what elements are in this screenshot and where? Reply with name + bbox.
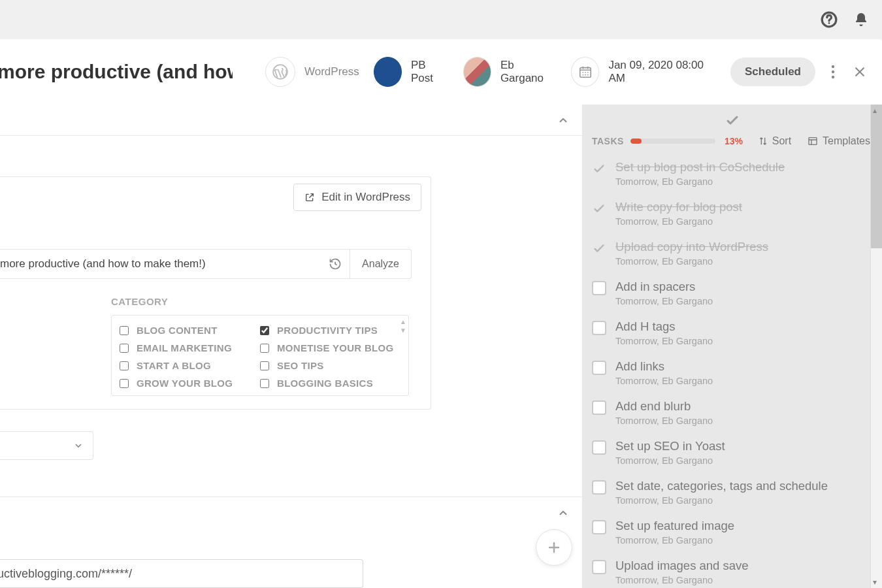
scroll-down-icon[interactable]: ▾ (873, 578, 877, 587)
category-option[interactable]: PRODUCTIVITY TIPS (260, 325, 400, 336)
task-check-done-icon[interactable] (592, 241, 606, 255)
category-checkbox[interactable] (120, 326, 129, 335)
content-card: Edit in WordPress Analyze CATEGORY BLOG … (0, 176, 431, 410)
section-collapse-top[interactable] (0, 105, 582, 136)
category-checkbox[interactable] (260, 326, 269, 335)
category-label: START A BLOG (137, 360, 211, 371)
category-option[interactable]: BLOG CONTENT (120, 325, 260, 336)
task-row[interactable]: Set date, categories, tags and scheduleT… (592, 474, 870, 514)
scroll-thumb[interactable] (871, 105, 882, 248)
task-title: Upload copy into WordPress (615, 240, 768, 254)
history-button[interactable] (321, 257, 350, 270)
task-row[interactable]: Add H tagsTomorrow, Eb Gargano (592, 314, 870, 354)
task-title: Set date, categories, tags and schedule (615, 479, 828, 493)
post-title-input[interactable] (0, 257, 321, 270)
category-checkbox[interactable] (260, 379, 269, 388)
task-meta: Tomorrow, Eb Gargano (615, 296, 713, 306)
task-row[interactable]: Write copy for blog postTomorrow, Eb Gar… (592, 195, 870, 235)
avatar (463, 57, 491, 87)
task-checkbox[interactable] (592, 400, 606, 415)
plus-icon (546, 540, 562, 555)
task-row[interactable]: Set up featured imageTomorrow, Eb Gargan… (592, 514, 870, 553)
category-checkbox[interactable] (260, 361, 269, 370)
task-row[interactable]: Upload images and saveTomorrow, Eb Garga… (592, 553, 870, 588)
task-checkbox[interactable] (592, 560, 606, 574)
author-name: Eb Gargano (500, 59, 557, 85)
category-option[interactable]: SEO TIPS (260, 360, 400, 371)
task-row[interactable]: Set up blog post in CoScheduleTomorrow, … (592, 155, 870, 195)
task-title: Add links (615, 359, 713, 374)
task-checkbox[interactable] (592, 520, 606, 534)
task-row[interactable]: Add linksTomorrow, Eb Gargano (592, 354, 870, 394)
category-label: SEO TIPS (277, 360, 324, 371)
svg-point-6 (832, 76, 834, 78)
section-collapse-bottom[interactable] (0, 497, 582, 528)
task-meta: Tomorrow, Eb Gargano (615, 575, 749, 585)
wordpress-icon (265, 57, 295, 87)
author-selector[interactable]: Eb Gargano (463, 57, 557, 87)
category-checkbox[interactable] (120, 344, 129, 353)
task-meta: Tomorrow, Eb Gargano (615, 416, 713, 426)
post-header: more productive (and how WordPress PB Po… (0, 39, 882, 105)
task-row[interactable]: Add end blurbTomorrow, Eb Gargano (592, 394, 870, 434)
task-check-done-icon[interactable] (592, 201, 606, 216)
task-checkbox[interactable] (592, 440, 606, 455)
task-title: Set up featured image (615, 519, 734, 533)
category-box: BLOG CONTENTPRODUCTIVITY TIPSEMAIL MARKE… (111, 315, 409, 396)
status-chip[interactable]: Scheduled (730, 57, 815, 86)
category-label: BLOG CONTENT (137, 325, 218, 336)
task-title: Add in spacers (615, 280, 713, 294)
task-title: Add end blurb (615, 399, 713, 414)
task-meta: Tomorrow, Eb Gargano (615, 376, 713, 386)
permalink-text: uctiveblogging.com/******/ (0, 567, 132, 581)
category-option[interactable]: START A BLOG (120, 360, 260, 371)
task-checkbox[interactable] (592, 480, 606, 495)
category-label: EMAIL MARKETING (137, 342, 232, 353)
task-checkbox[interactable] (592, 361, 606, 375)
task-row[interactable]: Set up SEO in YoastTomorrow, Eb Gargano (592, 434, 870, 474)
platform-selector[interactable]: WordPress (265, 57, 359, 87)
bell-icon[interactable] (853, 11, 869, 28)
sort-button[interactable]: Sort (758, 135, 791, 147)
task-checkbox[interactable] (592, 321, 606, 335)
permalink-field[interactable]: uctiveblogging.com/******/ (0, 559, 363, 588)
edit-in-wordpress-button[interactable]: Edit in WordPress (293, 184, 421, 211)
status-dropdown[interactable] (0, 431, 93, 460)
platform-label: WordPress (304, 65, 359, 78)
category-option[interactable]: GROW YOUR BLOG (120, 378, 260, 389)
post-title[interactable]: more productive (and how (0, 61, 233, 83)
tasks-complete-icon[interactable] (583, 105, 882, 135)
task-meta: Tomorrow, Eb Gargano (615, 455, 725, 466)
category-checkbox[interactable] (120, 361, 129, 370)
content-column: Edit in WordPress Analyze CATEGORY BLOG … (0, 105, 583, 588)
edit-in-wordpress-label: Edit in WordPress (321, 191, 410, 204)
category-checkbox[interactable] (120, 379, 129, 388)
chevron-up-icon (557, 114, 569, 126)
templates-button[interactable]: Templates (807, 135, 870, 147)
help-icon[interactable] (821, 11, 838, 28)
chevron-down-icon (73, 440, 84, 451)
category-option[interactable]: EMAIL MARKETING (120, 342, 260, 353)
task-row[interactable]: Upload copy into WordPressTomorrow, Eb G… (592, 235, 870, 274)
external-link-icon (304, 192, 315, 203)
tasks-panel: TASKS 13% Sort Templates Set up blog pos… (583, 105, 882, 588)
close-icon[interactable] (853, 65, 866, 78)
tasks-scrollbar[interactable]: ▴ ▾ (870, 105, 882, 588)
scroll-up-icon[interactable]: ▴ (873, 106, 877, 115)
task-title: Write copy for blog post (615, 200, 742, 214)
task-checkbox[interactable] (592, 281, 606, 295)
category-option[interactable]: BLOGGING BASICS (260, 378, 400, 389)
templates-icon (807, 136, 819, 146)
task-check-done-icon[interactable] (592, 161, 606, 176)
more-menu-icon[interactable] (831, 64, 835, 80)
task-row[interactable]: Add in spacersTomorrow, Eb Gargano (592, 274, 870, 314)
post-type-selector[interactable]: PB Post (374, 57, 449, 87)
category-scrollbar[interactable]: ▲▼ (399, 318, 407, 334)
task-meta: Tomorrow, Eb Gargano (615, 256, 768, 267)
category-checkbox[interactable] (260, 344, 269, 353)
add-fab[interactable] (536, 529, 572, 566)
task-title: Set up SEO in Yoast (615, 439, 725, 453)
schedule-selector[interactable]: Jan 09, 2020 08:00 AM (571, 57, 716, 87)
category-option[interactable]: MONETISE YOUR BLOG (260, 342, 400, 353)
analyze-button[interactable]: Analyze (350, 250, 411, 278)
